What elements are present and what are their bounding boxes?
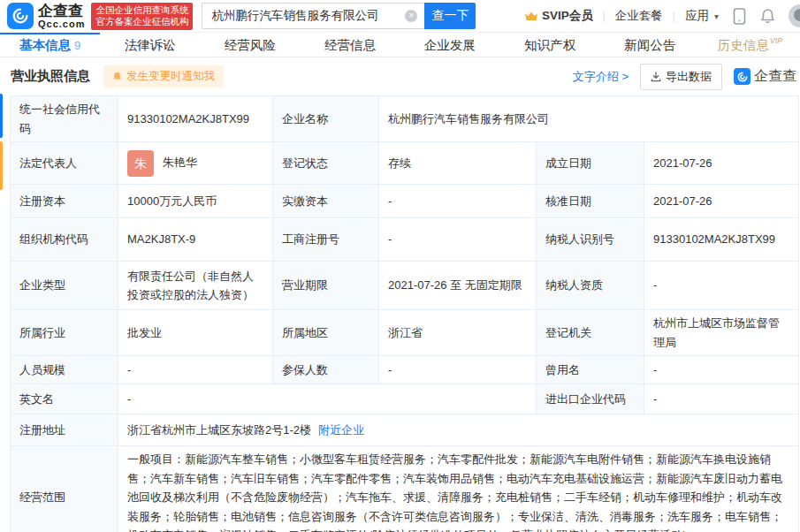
side-widget-orange-strip[interactable] (0, 141, 3, 190)
field-label-text: 所属行业 (19, 326, 65, 339)
field-value-text: 杭州市上城区市场监督管理局 (653, 316, 780, 349)
field-label-text: 注册资本 (19, 194, 65, 208)
brand-text[interactable]: 企查查 Qcc.com (38, 4, 85, 29)
section-title: 营业执照信息 (11, 68, 90, 85)
field-value-text: 91330102MA2KJ8TX99 (127, 112, 249, 125)
field-value: 10000万元人民币 (118, 185, 273, 218)
field-value-text: 存续 (388, 156, 411, 170)
field-value-text: 批发业 (127, 326, 162, 339)
table-row: 人员规模-参保人数-曾用名- (11, 356, 799, 384)
qcc-watermark: 企查查 (734, 67, 796, 86)
table-row: 所属行业批发业所属地区浙江省登记机关杭州市上城区市场监督管理局 (11, 310, 799, 356)
text-intro-link[interactable]: 文字介绍 > (573, 69, 629, 85)
section-header-actions: 文字介绍 > 导出数据 企查查 (573, 64, 791, 90)
nearby-companies-link[interactable]: 附近企业 (318, 423, 364, 437)
field-value-text: 杭州鹏行汽车销售服务有限公司 (388, 112, 549, 125)
field-value: 存续 (379, 142, 537, 185)
field-label: 参保人数 (273, 356, 379, 384)
field-label-text: 统一社会信用代码 (19, 103, 100, 135)
field-label-text: 经营范围 (19, 490, 65, 504)
field-label: 实缴资本 (273, 185, 379, 218)
field-value: 91330102MA2KJ8TX99 (118, 96, 273, 142)
nav-tab-count: 9 (74, 39, 80, 52)
field-label-text: 曾用名 (545, 363, 580, 376)
qcc-watermark-text: 企查查 (754, 67, 796, 86)
field-label-text: 纳税人资质 (545, 278, 603, 292)
field-label-text: 登记机关 (545, 326, 591, 339)
field-value: 有限责任公司（非自然人投资或控股的法人独资） (118, 262, 273, 310)
menu-divider: | (673, 10, 675, 22)
field-label: 法定代表人 (11, 142, 118, 185)
field-label: 纳税人识别号 (537, 218, 644, 262)
field-label: 登记状态 (273, 142, 379, 185)
field-value-text: - (653, 363, 657, 376)
field-label: 工商注册号 (273, 218, 379, 262)
table-row: 法定代表人朱朱艳华登记状态存续成立日期2021-07-26 (11, 142, 799, 185)
enterprise-package-link[interactable]: 企业套餐 (615, 8, 663, 24)
nav-tab[interactable]: 知识产权 (500, 33, 600, 57)
brand-domain: Qcc.com (38, 19, 85, 29)
field-label-text: 进出口企业代码 (545, 392, 626, 406)
side-widget-blue-strip[interactable] (0, 94, 3, 138)
nav-tab[interactable]: 经营风险 (200, 33, 300, 57)
user-avatar[interactable] (789, 4, 800, 27)
field-label-text: 企业类型 (19, 278, 65, 292)
nav-tab[interactable]: 企业发展 (400, 33, 500, 57)
field-label-text: 实缴资本 (282, 194, 328, 208)
field-value: - (379, 185, 537, 218)
field-value-text: 浙江省 (388, 326, 423, 339)
field-value: 2021-07-26 (644, 185, 799, 218)
nav-tab-label: 新闻公告 (624, 37, 675, 54)
field-value: - (644, 356, 799, 384)
badge-line-2: 官方备案企业征信机构 (95, 16, 188, 28)
table-row: 组织机构代码MA2KJ8TX-9工商注册号-纳税人识别号91330102MA2K… (11, 218, 799, 262)
field-value: 一般项目：新能源汽车整车销售；小微型客车租赁经营服务；汽车零配件批发；新能源汽车… (118, 446, 799, 532)
field-label: 企业名称 (273, 96, 379, 142)
field-label: 人员规模 (11, 356, 118, 384)
notify-on-change-button[interactable]: 发生变更时通知我 (103, 65, 224, 87)
export-label: 导出数据 (666, 69, 712, 85)
field-label: 经营范围 (11, 446, 118, 532)
nav-tab[interactable]: 新闻公告 (600, 33, 700, 57)
menu-divider: | (603, 10, 606, 22)
crown-icon (524, 11, 538, 22)
field-value: - (644, 384, 799, 414)
table-row: 英文名-进出口企业代码- (11, 384, 799, 414)
nav-tab[interactable]: 法律诉讼 (100, 33, 200, 57)
table-row: 企业类型有限责任公司（非自然人投资或控股的法人独资）营业期限2021-07-26… (11, 262, 799, 310)
nav-tab[interactable]: 历史信息VIP (700, 33, 800, 57)
search-input[interactable] (202, 3, 424, 29)
field-value-text: - (388, 232, 392, 246)
nav-tab[interactable]: 经营信息 (300, 33, 400, 57)
mobile-app-icon[interactable] (733, 8, 746, 25)
notifications-bell-icon[interactable] (760, 8, 775, 24)
field-value: - (644, 262, 799, 310)
field-label-text: 参保人数 (282, 363, 328, 376)
svip-label: SVIP会员 (542, 8, 593, 24)
nav-tab-label: 历史信息 (718, 37, 769, 54)
field-value-text: 有限责任公司（非自然人投资或控股的法人独资） (127, 270, 254, 302)
brand-name: 企查查 (38, 4, 85, 19)
table-row: 统一社会信用代码91330102MA2KJ8TX99企业名称杭州鹏行汽车销售服务… (11, 96, 799, 142)
field-value-text: - (653, 392, 657, 406)
legal-rep-avatar[interactable]: 朱 (127, 150, 154, 177)
svip-member-link[interactable]: SVIP会员 (524, 8, 593, 24)
nav-tab[interactable]: 基本信息9 (0, 33, 100, 57)
nav-tab-label: 基本信息 (19, 37, 71, 54)
field-label-text: 人员规模 (19, 363, 65, 376)
nav-tab-label: 经营信息 (324, 37, 376, 54)
field-value: - (379, 218, 537, 262)
field-label-text: 工商注册号 (282, 232, 339, 246)
field-label-text: 所属地区 (282, 326, 328, 339)
table-row: 经营范围一般项目：新能源汽车整车销售；小微型客车租赁经营服务；汽车零配件批发；新… (11, 446, 799, 532)
bell-icon (112, 71, 122, 82)
field-value: 91330102MA2KJ8TX99 (644, 218, 799, 262)
apps-dropdown[interactable]: 应用 ▾ (685, 8, 719, 24)
gov-certification-badge: 全国企业信用查询系统 官方备案企业征信机构 (91, 3, 193, 30)
export-data-button[interactable]: 导出数据 (640, 64, 722, 90)
nav-tab-label: 经营风险 (225, 37, 276, 54)
search-button[interactable]: 查一下 (424, 3, 476, 29)
qcc-logo-icon[interactable] (7, 3, 34, 29)
field-value: 杭州鹏行汽车销售服务有限公司 (379, 96, 799, 142)
top-header: 企查查 Qcc.com 全国企业信用查询系统 官方备案企业征信机构 × 查一下 … (0, 0, 800, 33)
